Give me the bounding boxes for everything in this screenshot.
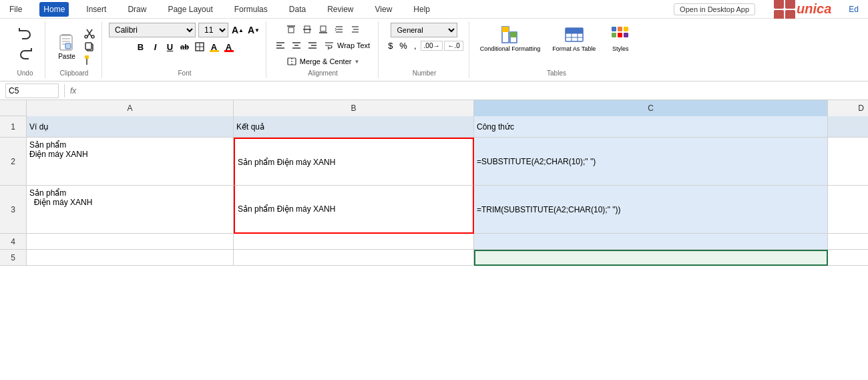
wrap-text-button[interactable]: Wrap Text	[321, 39, 373, 52]
decrease-decimal-button[interactable]: ←.0	[444, 41, 463, 51]
underline-button[interactable]: U	[164, 40, 177, 53]
merge-center-caret[interactable]: ▼	[354, 59, 359, 65]
cell-c3[interactable]: =TRIM(SUBSTITUTE(A2;CHAR(10);" "))	[474, 186, 828, 234]
menu-page-layout[interactable]: Page Layout	[164, 2, 216, 17]
alignment-group: Wrap Text Merge & Center ▼	[268, 21, 379, 78]
corner-cell	[0, 100, 27, 116]
row-header-3[interactable]: 3	[0, 186, 27, 234]
paste-button[interactable]: Paste	[52, 30, 81, 61]
strikethrough-button[interactable]: ab	[178, 40, 192, 53]
indent-decrease-button[interactable]	[332, 23, 347, 36]
merge-center-button[interactable]: Merge & Center ▼	[284, 55, 363, 68]
indent-increase-button[interactable]	[348, 23, 363, 36]
cell-styles-button[interactable]: Styles	[604, 23, 637, 53]
percent-button[interactable]: %	[397, 40, 410, 51]
cell-a4[interactable]	[27, 234, 234, 250]
cell-c2[interactable]: =SUBSTITUTE(A2;CHAR(10);" ")	[474, 138, 828, 186]
increase-font-button[interactable]: A▲	[231, 23, 244, 37]
increase-decimal-button[interactable]: .00→	[421, 41, 443, 51]
redo-button[interactable]	[15, 43, 36, 61]
format-painter-button[interactable]	[83, 54, 96, 66]
menu-view[interactable]: View	[371, 2, 397, 17]
menu-edit[interactable]: Ed	[845, 2, 863, 17]
menu-review[interactable]: Review	[323, 2, 357, 17]
row-header-5[interactable]: 5	[0, 250, 27, 266]
formula-input[interactable]	[81, 83, 863, 98]
align-left-button[interactable]	[273, 39, 288, 52]
cell-c1[interactable]: Công thức	[474, 116, 828, 138]
row-header-1[interactable]: 1	[0, 116, 27, 138]
fill-color-button[interactable]: A	[208, 40, 221, 53]
cell-c5[interactable]	[474, 250, 828, 266]
formula-bar: C5 fx	[0, 81, 868, 100]
italic-button[interactable]: I	[149, 40, 162, 53]
undo-group: Undo	[5, 21, 45, 78]
menu-data[interactable]: Data	[285, 2, 310, 17]
font-color-button[interactable]: A	[222, 40, 236, 53]
unica-box	[774, 0, 795, 20]
dollar-button[interactable]: $	[385, 40, 395, 51]
cell-d4[interactable]	[828, 234, 868, 250]
cell-b4[interactable]	[234, 234, 474, 250]
align-right-button[interactable]	[305, 39, 320, 52]
svg-rect-3	[62, 41, 70, 42]
row-header-4[interactable]: 4	[0, 234, 27, 250]
col-header-d[interactable]: D	[828, 100, 868, 116]
cell-d5[interactable]	[828, 250, 868, 266]
cell-a5[interactable]	[27, 250, 234, 266]
ribbon-content: Undo Paste	[0, 19, 868, 81]
wrap-text-label: Wrap Text	[337, 41, 370, 49]
menu-formulas[interactable]: Formulas	[230, 2, 272, 17]
align-row1	[284, 23, 363, 36]
align-bottom-button[interactable]	[316, 23, 331, 36]
cell-d3[interactable]	[828, 186, 868, 234]
font-group: Calibri 11 A▲ A▼ B I U ab	[103, 21, 266, 78]
number-group-content: General $ % , .00→ ←.0	[385, 23, 463, 68]
open-desktop-button[interactable]: Open in Desktop App	[674, 3, 755, 15]
align-top-button[interactable]	[284, 23, 298, 36]
align-middle-button[interactable]	[300, 23, 314, 36]
cell-d2[interactable]	[828, 138, 868, 186]
align-row3: Merge & Center ▼	[284, 55, 363, 68]
row-header-2[interactable]: 2	[0, 138, 27, 186]
comma-button[interactable]: ,	[411, 40, 419, 51]
data-area: 1 2 3 4 5 Ví dụ Kết quả Công thức Sản ph…	[0, 116, 868, 266]
col-header-a[interactable]: A	[27, 100, 234, 116]
menu-home[interactable]: Home	[39, 2, 69, 17]
svg-rect-53	[624, 27, 628, 31]
cell-a1[interactable]: Ví dụ	[27, 116, 234, 138]
copy-button[interactable]	[83, 41, 96, 53]
cell-b5[interactable]	[234, 250, 474, 266]
svg-rect-44	[510, 32, 517, 37]
cell-b1[interactable]: Kết quả	[234, 116, 474, 138]
cell-a2[interactable]: Sản phẩm Điện máy XANH	[27, 138, 234, 186]
cell-b2[interactable]: Sản phẩm Điện máy XANH	[234, 138, 474, 186]
cell-reference-box[interactable]: C5	[5, 83, 59, 98]
font-size-selector[interactable]: 11	[198, 23, 228, 37]
align-center-button[interactable]	[289, 39, 304, 52]
col-header-b[interactable]: B	[234, 100, 474, 116]
sheet-body: A B C D 1 2 3 4 5 Ví dụ Kết quả Công thứ…	[0, 100, 868, 380]
conditional-formatting-button[interactable]: Conditional Formatting	[476, 23, 545, 54]
font-family-selector[interactable]: Calibri	[109, 23, 196, 37]
decrease-font-button[interactable]: A▼	[247, 23, 260, 37]
grid-row-5	[27, 250, 868, 266]
grid-row-1: Ví dụ Kết quả Công thức	[27, 116, 868, 138]
cell-a3[interactable]: Sản phẩm Điện máy XANH	[27, 186, 234, 234]
tables-group: Conditional Formatting Format As Table	[471, 21, 642, 78]
menu-help[interactable]: Help	[409, 2, 434, 17]
cut-button[interactable]	[83, 27, 96, 39]
undo-button[interactable]	[15, 23, 36, 41]
borders-button[interactable]	[193, 40, 206, 53]
bold-button[interactable]: B	[134, 40, 148, 53]
col-header-c[interactable]: C	[474, 100, 828, 116]
cell-b3[interactable]: Sản phẩm Điện máy XANH	[234, 186, 474, 234]
number-format-selector[interactable]: General	[391, 23, 457, 37]
cell-d1[interactable]	[828, 116, 868, 138]
menu-draw[interactable]: Draw	[124, 2, 150, 17]
svg-rect-2	[62, 38, 70, 39]
cell-c4[interactable]	[474, 234, 828, 250]
menu-file[interactable]: File	[5, 2, 26, 17]
format-as-table-button[interactable]: Format As Table	[548, 23, 600, 54]
menu-insert[interactable]: Insert	[82, 2, 110, 17]
